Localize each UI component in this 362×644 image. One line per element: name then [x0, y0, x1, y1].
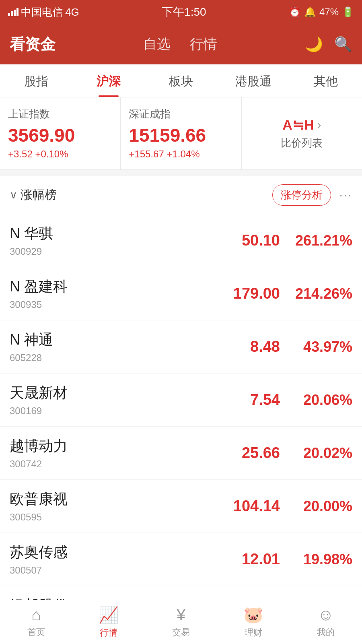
- stock-info: 欧普康视 300595: [10, 489, 200, 523]
- network-label: 4G: [65, 6, 79, 19]
- tab-bar: 股指 沪深 板块 港股通 其他: [0, 64, 362, 97]
- tab-gangutong[interactable]: 港股通: [217, 64, 290, 97]
- tab-bankuai[interactable]: 板块: [145, 64, 217, 97]
- stock-info: 天晟新材 300169: [10, 383, 200, 417]
- stock-name: N 华骐: [10, 224, 200, 244]
- stock-change: 214.26%: [280, 285, 352, 302]
- search-icon[interactable]: 🔍: [334, 36, 352, 53]
- stock-change: 261.21%: [280, 232, 352, 249]
- stock-price: 179.00: [200, 285, 280, 302]
- profile-icon: ☺: [318, 606, 334, 624]
- bottom-nav-home[interactable]: ⌂ 首页: [0, 600, 72, 644]
- ah-label: A≒H: [282, 117, 314, 133]
- stock-change: 19.98%: [280, 551, 352, 568]
- section-title-text: 涨幅榜: [21, 187, 57, 203]
- shenzhen-value: 15159.66: [129, 124, 233, 146]
- shanghai-value: 3569.90: [8, 124, 112, 146]
- stock-info: N 神通 605228: [10, 330, 200, 363]
- home-icon: ⌂: [31, 606, 41, 624]
- section-actions: 涨停分析 ···: [272, 184, 352, 206]
- finance-icon: 🐷: [243, 605, 263, 624]
- status-bar: 中国电信 4G 下午1:50 ⏰ 🔔 47% 🔋: [0, 0, 362, 24]
- header-icons: 🌙 🔍: [305, 36, 352, 53]
- stock-row[interactable]: N 华骐 300929 50.10 261.21%: [0, 214, 362, 267]
- bottom-nav-profile[interactable]: ☺ 我的: [290, 600, 362, 644]
- stock-row[interactable]: 天晟新材 300169 7.54 20.06%: [0, 374, 362, 427]
- finance-label: 理财: [245, 627, 262, 639]
- carrier-label: 中国电信: [21, 5, 63, 19]
- bottom-nav: ⌂ 首页 📈 行情 ¥ 交易 🐷 理财 ☺ 我的: [0, 600, 362, 644]
- tab-guzhi[interactable]: 股指: [0, 64, 72, 97]
- stock-row[interactable]: N 盈建科 300935 179.00 214.26%: [0, 267, 362, 320]
- bottom-nav-trade[interactable]: ¥ 交易: [145, 600, 217, 644]
- market-label: 行情: [100, 627, 117, 639]
- stock-name: 欧普康视: [10, 489, 200, 509]
- trade-icon: ¥: [177, 606, 185, 624]
- stock-name: N 盈建科: [10, 277, 200, 297]
- moon-icon[interactable]: 🌙: [305, 36, 323, 53]
- status-time: 下午1:50: [162, 4, 206, 20]
- shanghai-title: 上证指数: [8, 107, 112, 121]
- stock-change: 20.00%: [280, 498, 352, 515]
- tab-qita[interactable]: 其他: [290, 64, 362, 97]
- ah-arrow-icon: ›: [317, 118, 321, 132]
- bottom-nav-market[interactable]: 📈 行情: [72, 600, 145, 644]
- header-nav: 自选 行情: [143, 35, 217, 54]
- stock-price: 104.14: [200, 497, 280, 515]
- battery-icon: 🔋: [342, 6, 354, 18]
- more-options-button[interactable]: ···: [339, 188, 352, 202]
- stock-info: N 盈建科 300935: [10, 277, 200, 310]
- index-card-shanghai[interactable]: 上证指数 3569.90 +3.52 +0.10%: [0, 97, 121, 169]
- ah-label-row: A≒H ›: [282, 117, 321, 133]
- stock-row[interactable]: N 神通 605228 8.48 43.97%: [0, 320, 362, 374]
- ah-card[interactable]: A≒H › 比价列表: [242, 97, 362, 169]
- stock-code: 300742: [10, 458, 200, 470]
- stock-change: 20.02%: [280, 445, 352, 462]
- shenzhen-change: +155.67 +1.04%: [129, 149, 233, 160]
- chevron-down-icon: ∨: [10, 189, 17, 201]
- market-icon: 📈: [99, 605, 119, 624]
- nav-item-hangqing[interactable]: 行情: [190, 35, 217, 54]
- nav-item-zixuan[interactable]: 自选: [143, 35, 171, 54]
- bottom-nav-finance[interactable]: 🐷 理财: [217, 600, 290, 644]
- shenzhen-title: 深证成指: [129, 107, 233, 121]
- stock-row[interactable]: 越博动力 300742 25.66 20.02%: [0, 427, 362, 480]
- stock-name: 天晟新材: [10, 383, 200, 403]
- section-header: ∨ 涨幅榜 涨停分析 ···: [0, 176, 362, 214]
- stock-code: 300507: [10, 565, 200, 576]
- stock-code: 300595: [10, 512, 200, 523]
- stock-name: 苏奥传感: [10, 543, 200, 562]
- index-card-shenzhen[interactable]: 深证成指 15159.66 +155.67 +1.04%: [121, 97, 241, 169]
- stock-price: 8.48: [200, 338, 280, 355]
- stock-name: N 神通: [10, 330, 200, 350]
- stock-list: N 华骐 300929 50.10 261.21% N 盈建科 300935 1…: [0, 214, 362, 644]
- stock-name: 越博动力: [10, 436, 200, 456]
- trade-label: 交易: [172, 626, 190, 638]
- section-title: ∨ 涨幅榜: [10, 187, 57, 203]
- stock-code: 300169: [10, 405, 200, 417]
- signal-icon: [8, 8, 19, 16]
- stock-code: 605228: [10, 352, 200, 363]
- shanghai-change: +3.52 +0.10%: [8, 149, 112, 160]
- stock-price: 12.01: [200, 551, 280, 568]
- stock-code: 300929: [10, 246, 200, 257]
- stock-code: 300935: [10, 299, 200, 310]
- battery-label: 47%: [319, 6, 339, 18]
- stock-row[interactable]: 苏奥传感 300507 12.01 19.98%: [0, 533, 362, 586]
- stock-row[interactable]: 欧普康视 300595 104.14 20.00%: [0, 480, 362, 533]
- status-left: 中国电信 4G: [8, 5, 79, 19]
- status-right: ⏰ 🔔 47% 🔋: [289, 6, 354, 18]
- header: 看资金 自选 行情 🌙 🔍: [0, 24, 362, 64]
- profile-label: 我的: [317, 626, 335, 638]
- alarm-icon: 🔔: [304, 6, 316, 18]
- limit-up-analysis-button[interactable]: 涨停分析: [272, 184, 331, 206]
- tab-hushen[interactable]: 沪深: [72, 64, 145, 97]
- clock-icon: ⏰: [289, 6, 301, 18]
- index-cards: 上证指数 3569.90 +3.52 +0.10% 深证成指 15159.66 …: [0, 97, 362, 170]
- stock-info: N 华骐 300929: [10, 224, 200, 257]
- stock-price: 50.10: [200, 232, 280, 249]
- stock-price: 7.54: [200, 391, 280, 409]
- stock-info: 越博动力 300742: [10, 436, 200, 470]
- stock-price: 25.66: [200, 444, 280, 462]
- home-label: 首页: [27, 626, 45, 638]
